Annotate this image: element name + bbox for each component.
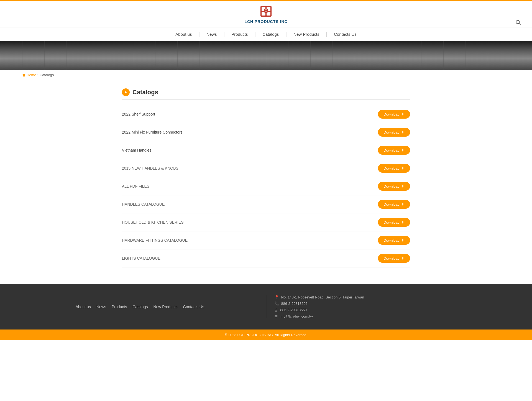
footer-divider [266, 295, 266, 318]
download-label: Download [383, 148, 400, 152]
catalog-item-name: 2022 Shelf Support [122, 112, 155, 116]
nav-new-products[interactable]: New Products [287, 30, 326, 38]
catalog-item-name: 2015 NEW HANDLES & KNOBS [122, 166, 178, 170]
catalog-item: LIGHTS CATALOGUEDownload ⬇ [122, 249, 410, 267]
download-label: Download [383, 130, 400, 134]
footer-nav-item[interactable]: Contacts Us [183, 305, 204, 309]
download-arrow-icon: ⬇ [401, 166, 405, 170]
catalog-item-name: HANDLES CATALOGUE [122, 202, 165, 206]
footer-nav: About usNewsProductsCatalogsNew Products… [22, 295, 258, 318]
download-arrow-icon: ⬇ [401, 220, 405, 224]
catalog-item-name: Vietnam Handles [122, 148, 151, 152]
catalog-item: HOUSEHOLD & KITCHEN SERIESDownload ⬇ [122, 213, 410, 231]
main-nav: About us | News | Products | Catalogs | … [0, 27, 532, 38]
logo-container[interactable]: LCH PRODUCTS INC [244, 6, 287, 24]
catalog-item: Vietnam HandlesDownload ⬇ [122, 141, 410, 159]
catalog-list: 2022 Shelf SupportDownload ⬇2022 Mini Fi… [122, 105, 410, 267]
download-arrow-icon: ⬇ [401, 148, 405, 152]
breadcrumb-current: Catalogs [40, 73, 54, 77]
download-label: Download [383, 184, 400, 188]
download-label: Download [383, 112, 400, 116]
catalog-item-name: LIGHTS CATALOGUE [122, 256, 160, 260]
nav-products[interactable]: Products [225, 30, 254, 38]
footer-contact: 📍 No. 143-1 Roosevelt Road, Section 5. T… [275, 295, 510, 318]
download-label: Download [383, 238, 400, 242]
download-button[interactable]: Download ⬇ [378, 146, 410, 155]
logo-icon [258, 6, 274, 19]
footer-nav-item[interactable]: New Products [153, 305, 177, 309]
site-footer: About usNewsProductsCatalogsNew Products… [0, 284, 532, 330]
section-title: Catalogs [132, 89, 158, 96]
search-icon[interactable] [515, 20, 521, 27]
footer-phone: 📞 886-2-29313696 [275, 302, 510, 306]
download-button[interactable]: Download ⬇ [378, 254, 410, 263]
download-arrow-icon: ⬇ [401, 202, 405, 206]
footer-nav-item[interactable]: About us [76, 305, 91, 309]
email-icon: ✉ [275, 314, 278, 318]
nav-about-us[interactable]: About us [169, 30, 198, 38]
footer-fax: 🖨 886-2-29313559 [275, 308, 510, 312]
nav-contacts-us[interactable]: Contacts Us [327, 30, 363, 38]
breadcrumb-separator: › [37, 73, 39, 77]
catalog-item: 2022 Shelf SupportDownload ⬇ [122, 105, 410, 123]
download-button[interactable]: Download ⬇ [378, 164, 410, 173]
download-button[interactable]: Download ⬇ [378, 128, 410, 137]
hero-image [0, 41, 532, 70]
site-header: LCH PRODUCTS INC About us | News | Produ… [0, 1, 532, 41]
fax-icon: 🖨 [275, 308, 278, 312]
download-button[interactable]: Download ⬇ [378, 182, 410, 191]
phone-icon: 📞 [275, 302, 279, 306]
catalog-item-name: HOUSEHOLD & KITCHEN SERIES [122, 220, 184, 224]
footer-nav-item[interactable]: News [96, 305, 106, 309]
download-arrow-icon: ⬇ [401, 256, 405, 260]
catalog-item: 2022 Mini Fix Furniture ConnectorsDownlo… [122, 123, 410, 141]
download-arrow-icon: ⬇ [401, 130, 405, 134]
catalog-item-name: 2022 Mini Fix Furniture Connectors [122, 130, 183, 134]
section-title-row: Catalogs [122, 88, 410, 100]
download-label: Download [383, 256, 400, 260]
footer-address: 📍 No. 143-1 Roosevelt Road, Section 5. T… [275, 295, 510, 299]
breadcrumb: Home › Catalogs [0, 70, 532, 80]
download-button[interactable]: Download ⬇ [378, 200, 410, 209]
download-button[interactable]: Download ⬇ [378, 236, 410, 245]
svg-line-9 [519, 23, 520, 25]
download-button[interactable]: Download ⬇ [378, 110, 410, 119]
nav-catalogs[interactable]: Catalogs [256, 30, 285, 38]
location-icon: 📍 [275, 295, 279, 299]
catalog-item-name: ALL PDF FILES [122, 184, 149, 188]
download-arrow-icon: ⬇ [401, 238, 405, 242]
svg-marker-10 [125, 91, 127, 94]
download-label: Download [383, 202, 400, 206]
catalog-item: ALL PDF FILESDownload ⬇ [122, 177, 410, 195]
download-label: Download [383, 220, 400, 224]
footer-nav-item[interactable]: Products [112, 305, 127, 309]
bottom-bar: © 2023 LCH PRODUCTS INC. All Rights Reve… [0, 330, 532, 340]
main-content: Catalogs 2022 Shelf SupportDownload ⬇202… [111, 80, 421, 284]
logo-text: LCH PRODUCTS INC [244, 19, 287, 24]
catalog-item-name: HARDWARE FITTINGS CATALOGUE [122, 238, 188, 242]
section-title-icon [122, 88, 130, 96]
catalog-item: HARDWARE FITTINGS CATALOGUEDownload ⬇ [122, 231, 410, 249]
download-button[interactable]: Download ⬇ [378, 218, 410, 227]
breadcrumb-home[interactable]: Home [22, 73, 36, 77]
catalog-item: 2015 NEW HANDLES & KNOBSDownload ⬇ [122, 159, 410, 177]
download-arrow-icon: ⬇ [401, 112, 405, 116]
download-label: Download [383, 166, 400, 170]
footer-email: ✉ info@lch-bwl.com.tw [275, 314, 510, 318]
svg-point-7 [265, 10, 267, 12]
download-arrow-icon: ⬇ [401, 184, 405, 188]
footer-nav-item[interactable]: Catalogs [132, 305, 148, 309]
nav-news[interactable]: News [200, 30, 224, 38]
catalog-item: HANDLES CATALOGUEDownload ⬇ [122, 195, 410, 213]
